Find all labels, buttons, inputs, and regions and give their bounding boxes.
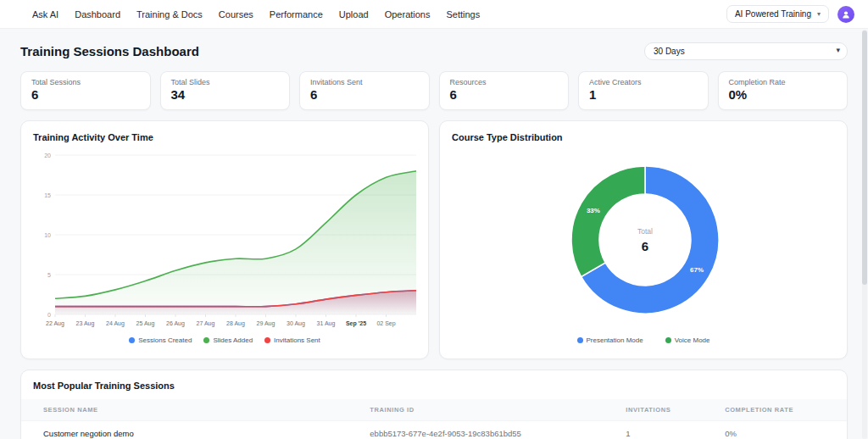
cell-session-name: Customer negotion demo bbox=[21, 420, 359, 439]
user-avatar[interactable] bbox=[837, 6, 854, 23]
svg-text:28 Aug: 28 Aug bbox=[226, 320, 245, 327]
nav-item-operations[interactable]: Operations bbox=[385, 9, 431, 19]
svg-text:30 Aug: 30 Aug bbox=[287, 320, 305, 327]
column-session-name: SESSION NAME bbox=[21, 399, 359, 421]
popular-sessions-title: Most Popular Training Sessions bbox=[21, 381, 847, 391]
legend-item-sessions-created[interactable]: Sessions Created bbox=[129, 336, 192, 344]
stat-card-invitations-sent: Invitations Sent 6 bbox=[299, 71, 430, 110]
cell-training-id: ebbb5173-677e-4e2f-9053-19c83b61bd55 bbox=[359, 420, 615, 439]
legend-dot-green bbox=[665, 337, 671, 343]
nav-item-settings[interactable]: Settings bbox=[446, 9, 480, 19]
cell-completion-rate: 0% bbox=[715, 420, 847, 439]
time-range-select-wrap: 30 Days ▾ bbox=[644, 42, 848, 60]
svg-text:29 Aug: 29 Aug bbox=[257, 320, 275, 327]
svg-text:6: 6 bbox=[642, 239, 648, 253]
workspace-selector-label: AI Powered Training bbox=[735, 9, 811, 19]
stats-row: Total Sessions 6 Total Slides 34 Invitat… bbox=[20, 71, 848, 110]
top-navigation-bar: Ask AI Dashboard Training & Docs Courses… bbox=[0, 0, 868, 29]
popular-sessions-table: SESSION NAME TRAINING ID INVITATIONS COM… bbox=[21, 399, 847, 439]
svg-text:0: 0 bbox=[47, 311, 51, 317]
stat-value: 6 bbox=[450, 88, 559, 103]
stat-label: Completion Rate bbox=[729, 78, 837, 86]
main-nav: Ask AI Dashboard Training & Docs Courses… bbox=[32, 9, 480, 19]
activity-chart: 0510152022 Aug23 Aug24 Aug25 Aug26 Aug27… bbox=[33, 145, 420, 336]
stat-card-total-sessions: Total Sessions 6 bbox=[20, 71, 151, 110]
svg-text:67%: 67% bbox=[690, 266, 704, 274]
activity-chart-legend: Sessions Created Slides Added Invitation… bbox=[33, 336, 416, 344]
legend-item-slides-added[interactable]: Slides Added bbox=[203, 336, 253, 344]
svg-text:33%: 33% bbox=[587, 206, 600, 214]
nav-item-upload[interactable]: Upload bbox=[339, 9, 369, 19]
legend-item-invitations-sent[interactable]: Invitations Sent bbox=[264, 336, 320, 344]
legend-label: Presentation Mode bbox=[587, 336, 643, 344]
chevron-down-icon: ▾ bbox=[817, 11, 821, 18]
nav-item-courses[interactable]: Courses bbox=[219, 9, 253, 19]
scrollbar-track bbox=[862, 30, 867, 439]
column-training-id: TRAINING ID bbox=[359, 399, 615, 421]
svg-text:Total: Total bbox=[637, 227, 653, 236]
svg-text:23 Aug: 23 Aug bbox=[76, 320, 95, 327]
scrollbar-thumb[interactable] bbox=[862, 31, 867, 285]
svg-text:24 Aug: 24 Aug bbox=[106, 320, 125, 327]
stat-label: Total Sessions bbox=[31, 78, 140, 86]
distribution-chart-legend: Presentation Mode Voice Mode bbox=[452, 336, 835, 344]
activity-chart-card: Training Activity Over Time 0510152022 A… bbox=[20, 120, 429, 359]
stat-value: 34 bbox=[171, 88, 280, 103]
legend-label: Invitations Sent bbox=[274, 336, 320, 344]
legend-dot-red bbox=[264, 337, 270, 343]
svg-text:10: 10 bbox=[44, 231, 51, 237]
column-completion-rate: COMPLETION RATE bbox=[715, 399, 847, 421]
user-icon bbox=[841, 9, 851, 19]
legend-item-voice-mode[interactable]: Voice Mode bbox=[665, 336, 710, 344]
nav-item-ask-ai[interactable]: Ask AI bbox=[32, 9, 58, 19]
svg-text:26 Aug: 26 Aug bbox=[166, 320, 185, 327]
svg-text:27 Aug: 27 Aug bbox=[197, 320, 215, 327]
stat-label: Active Creators bbox=[589, 78, 698, 86]
table-header-row: SESSION NAME TRAINING ID INVITATIONS COM… bbox=[21, 399, 847, 421]
stat-card-active-creators: Active Creators 1 bbox=[578, 71, 709, 110]
stat-value: 6 bbox=[31, 88, 140, 103]
dashboard-content: Training Sessions Dashboard 30 Days ▾ To… bbox=[0, 42, 868, 439]
svg-text:25 Aug: 25 Aug bbox=[136, 320, 155, 327]
distribution-chart-card: Course Type Distribution 67%33%Total6 Pr… bbox=[439, 120, 848, 359]
distribution-chart-title: Course Type Distribution bbox=[452, 132, 835, 142]
svg-text:15: 15 bbox=[44, 192, 51, 197]
distribution-donut-chart: 67%33%Total6 bbox=[452, 145, 838, 333]
column-invitations: INVITATIONS bbox=[615, 399, 715, 421]
stat-label: Resources bbox=[450, 78, 559, 86]
svg-text:31 Aug: 31 Aug bbox=[317, 320, 336, 327]
legend-dot-blue bbox=[577, 337, 583, 343]
nav-item-training-docs[interactable]: Training & Docs bbox=[136, 9, 203, 19]
legend-label: Voice Mode bbox=[675, 336, 710, 344]
time-range-select[interactable]: 30 Days bbox=[644, 42, 848, 60]
page-title: Training Sessions Dashboard bbox=[20, 44, 199, 58]
nav-item-performance[interactable]: Performance bbox=[270, 9, 323, 19]
stat-value: 1 bbox=[589, 88, 698, 103]
legend-label: Slides Added bbox=[213, 336, 253, 344]
legend-dot-green bbox=[203, 337, 209, 343]
svg-text:20: 20 bbox=[44, 152, 51, 158]
stat-value: 0% bbox=[729, 88, 837, 103]
svg-text:02 Sep: 02 Sep bbox=[376, 320, 395, 327]
legend-item-presentation-mode[interactable]: Presentation Mode bbox=[577, 336, 643, 344]
stat-value: 6 bbox=[310, 88, 419, 103]
legend-label: Sessions Created bbox=[138, 336, 192, 344]
table-row: Customer negotion demo ebbb5173-677e-4e2… bbox=[21, 420, 847, 439]
cell-invitations: 1 bbox=[615, 420, 715, 439]
svg-text:22 Aug: 22 Aug bbox=[46, 320, 64, 327]
stat-card-resources: Resources 6 bbox=[439, 71, 570, 110]
stat-label: Total Slides bbox=[171, 78, 280, 86]
workspace-selector-button[interactable]: AI Powered Training ▾ bbox=[726, 5, 829, 23]
stat-label: Invitations Sent bbox=[310, 78, 419, 86]
svg-text:5: 5 bbox=[47, 271, 51, 277]
popular-sessions-card: Most Popular Training Sessions SESSION N… bbox=[20, 370, 848, 439]
stat-card-total-slides: Total Slides 34 bbox=[160, 71, 291, 110]
legend-dot-blue bbox=[129, 337, 135, 343]
stat-card-completion-rate: Completion Rate 0% bbox=[718, 71, 849, 110]
svg-text:Sep '25: Sep '25 bbox=[346, 320, 366, 327]
nav-item-dashboard[interactable]: Dashboard bbox=[75, 9, 120, 19]
activity-chart-title: Training Activity Over Time bbox=[33, 132, 416, 142]
